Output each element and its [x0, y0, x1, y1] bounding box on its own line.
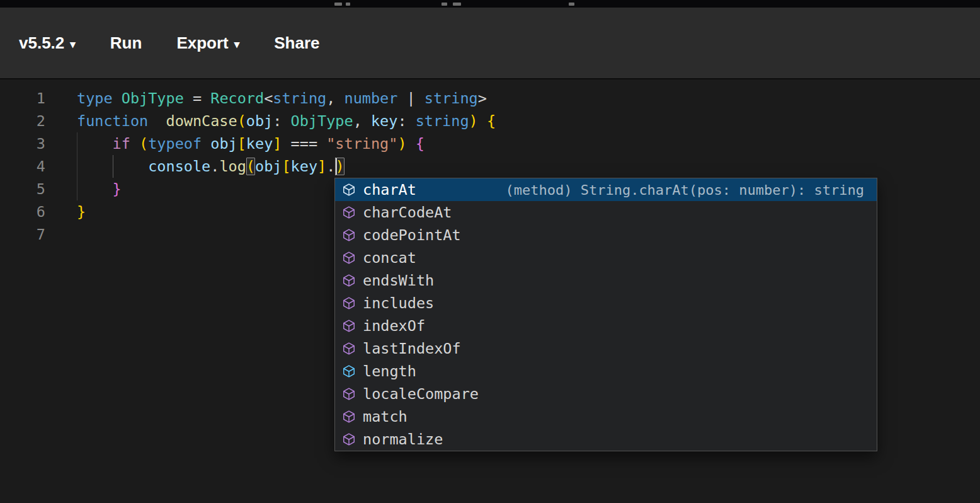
code-token: [ — [237, 135, 246, 153]
suggestion-label: includes — [363, 294, 434, 312]
suggestion-label: match — [363, 408, 407, 425]
code-token: { — [416, 135, 424, 153]
clipped-text-fragment — [346, 3, 350, 6]
suggestion-item[interactable]: codePointAt — [335, 224, 877, 246]
suggestion-item[interactable]: endsWith — [335, 269, 877, 292]
line-number: 4 — [0, 155, 45, 178]
code-token — [113, 90, 122, 107]
code-token: { — [487, 112, 496, 130]
code-token: number — [344, 90, 397, 107]
indent-guide — [113, 155, 113, 178]
code-token: string — [416, 112, 469, 130]
clipped-text-fragment — [453, 3, 461, 6]
suggestion-item[interactable]: localeCompare — [335, 383, 877, 405]
method-icon — [341, 228, 356, 243]
export-label: Export — [176, 33, 228, 53]
suggestion-item[interactable]: concat — [335, 246, 877, 269]
code-content: if (typeof obj[key] === "string") { — [77, 132, 980, 155]
method-icon — [341, 318, 356, 333]
code-token: obj — [255, 158, 282, 175]
clipped-text-fragment — [334, 3, 342, 6]
export-menu-button[interactable]: Export ▾ — [176, 33, 239, 53]
chevron-down-icon: ▾ — [234, 38, 240, 51]
code-token — [77, 135, 113, 153]
indent-guide — [77, 132, 77, 155]
suggestion-item[interactable]: includes — [335, 292, 877, 315]
suggestion-item[interactable]: indexOf — [335, 315, 877, 337]
line-number: 7 — [0, 223, 45, 246]
code-token: , — [326, 90, 344, 107]
code-token — [148, 112, 166, 130]
method-icon — [341, 273, 356, 288]
method-icon — [341, 386, 356, 402]
code-token: Record — [210, 90, 264, 107]
share-button[interactable]: Share — [274, 33, 319, 53]
code-line[interactable]: 1type ObjType = Record<string, number | … — [0, 87, 980, 110]
code-token: : — [397, 112, 415, 130]
code-token: ) — [397, 135, 406, 153]
suggestion-item[interactable]: match — [335, 405, 877, 428]
suggestion-label: charCodeAt — [363, 204, 452, 221]
suggestion-item[interactable]: length — [335, 360, 877, 383]
code-token: console — [148, 158, 210, 175]
code-token: ) — [469, 112, 478, 130]
code-token — [478, 112, 487, 130]
line-number: 5 — [0, 178, 45, 200]
run-button[interactable]: Run — [110, 33, 142, 53]
version-menu-button[interactable]: v5.5.2 ▾ — [19, 33, 76, 53]
bracket-match-token: ( — [246, 158, 255, 175]
clipped-text-fragment — [442, 3, 447, 6]
method-icon — [341, 205, 356, 220]
code-token: ] — [273, 135, 282, 153]
code-token: obj — [210, 135, 237, 153]
code-token: : — [273, 112, 290, 130]
code-line[interactable]: 2function downCase(obj: ObjType, key: st… — [0, 110, 980, 132]
share-label: Share — [274, 33, 319, 53]
code-token: key — [246, 135, 273, 153]
code-token: = — [184, 90, 210, 107]
suggestion-item[interactable]: normalize — [335, 428, 877, 451]
code-token — [77, 180, 113, 198]
code-token: ( — [139, 135, 148, 153]
code-token: . — [210, 158, 219, 175]
suggestion-item[interactable]: charAt(method) String.charAt(pos: number… — [335, 178, 877, 201]
code-token: if — [113, 135, 130, 153]
method-icon — [341, 341, 356, 356]
code-editor[interactable]: 1type ObjType = Record<string, number | … — [0, 79, 980, 503]
indent-guide — [77, 178, 77, 200]
code-token: ( — [237, 112, 246, 130]
code-content: type ObjType = Record<string, number | s… — [77, 87, 980, 110]
code-line[interactable]: 4 console.log(obj[key].) — [0, 155, 980, 178]
suggestion-label: codePointAt — [363, 226, 461, 244]
code-token: ] — [317, 158, 326, 175]
autocomplete-widget: charAt(method) String.charAt(pos: number… — [334, 178, 877, 451]
code-content: function downCase(obj: ObjType, key: str… — [77, 110, 980, 132]
code-content: console.log(obj[key].) — [77, 155, 980, 178]
code-token: string — [273, 90, 326, 107]
line-number: 2 — [0, 110, 45, 132]
chevron-down-icon: ▾ — [70, 38, 76, 51]
code-token: } — [77, 203, 86, 221]
code-token: [ — [282, 158, 290, 175]
typescript-playground: v5.5.2 ▾ Run Export ▾ Share 1type ObjTyp… — [0, 0, 980, 503]
code-token: < — [264, 90, 273, 107]
code-token — [130, 135, 139, 153]
suggestion-item[interactable]: lastIndexOf — [335, 337, 877, 360]
run-label: Run — [110, 33, 142, 53]
code-line[interactable]: 3 if (typeof obj[key] === "string") { — [0, 132, 980, 155]
suggestion-item[interactable]: charCodeAt — [335, 201, 877, 224]
code-token: , — [353, 112, 371, 130]
code-token: function — [77, 112, 148, 130]
toolbar: v5.5.2 ▾ Run Export ▾ Share — [0, 8, 980, 79]
code-token: === — [282, 135, 326, 153]
code-token — [407, 135, 416, 153]
code-token: typeof — [148, 135, 202, 153]
code-token: key — [291, 158, 317, 175]
suggestion-label: normalize — [363, 431, 443, 448]
code-token: > — [478, 90, 487, 107]
line-number: 1 — [0, 87, 45, 110]
code-token: string — [424, 90, 478, 107]
code-token: log — [219, 158, 246, 175]
method-icon — [341, 182, 356, 197]
line-number: 3 — [0, 132, 45, 155]
